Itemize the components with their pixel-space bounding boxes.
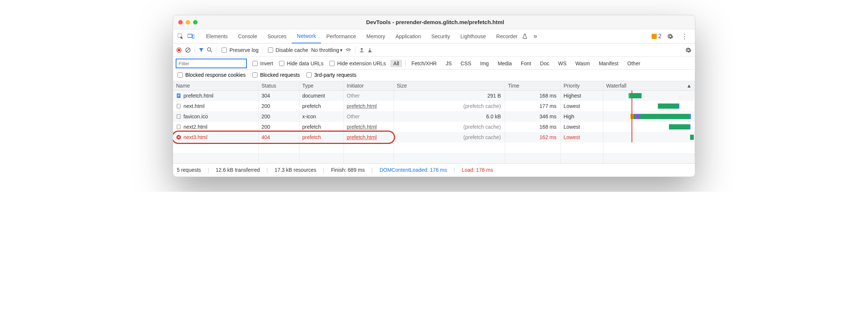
col-time[interactable]: Time	[505, 81, 560, 91]
cell-time: 168 ms	[505, 122, 560, 132]
disable-cache-checkbox[interactable]: Disable cache	[266, 46, 308, 54]
col-status[interactable]: Status	[258, 81, 299, 91]
doc-outline-icon	[176, 114, 181, 119]
load-time: Load: 176 ms	[462, 167, 493, 173]
blocked-requests-checkbox[interactable]: Blocked requests	[251, 71, 300, 79]
tab-network[interactable]: Network	[292, 29, 321, 43]
type-filter-css[interactable]: CSS	[458, 60, 474, 67]
type-filter-fetchxhr[interactable]: Fetch/XHR	[408, 60, 440, 67]
table-row[interactable]: next3.html404prefetchprefetch.html(prefe…	[173, 132, 695, 142]
hide-extension-urls-checkbox[interactable]: Hide extension URLs	[328, 60, 386, 67]
minimize-window-button[interactable]	[186, 20, 190, 24]
filter-toggle-icon[interactable]	[199, 47, 204, 53]
cell-time: 346 ms	[505, 111, 560, 122]
type-filter-img[interactable]: Img	[477, 60, 492, 67]
type-filter-js[interactable]: JS	[443, 60, 454, 67]
inspect-element-icon[interactable]	[175, 31, 186, 42]
kebab-menu-icon[interactable]: ⋮	[679, 31, 690, 42]
throttling-select[interactable]: No throttling ▾	[311, 47, 342, 53]
type-filter-doc[interactable]: Doc	[537, 60, 552, 67]
type-filter-other[interactable]: Other	[625, 60, 643, 67]
cell-name: prefetch.html	[173, 91, 258, 101]
network-conditions-icon[interactable]	[345, 47, 351, 53]
transferred-size: 12.6 kB transferred	[216, 167, 260, 173]
table-row[interactable]: favicon.ico200x-iconOther6.0 kB346 msHig…	[173, 111, 695, 122]
cell-initiator: Other	[344, 111, 394, 122]
zoom-window-button[interactable]	[193, 20, 198, 24]
tab-console[interactable]: Console	[233, 29, 262, 43]
cell-time: 177 ms	[505, 101, 560, 111]
initiator-link[interactable]: prefetch.html	[347, 124, 377, 130]
tab-elements[interactable]: Elements	[201, 29, 233, 43]
type-filter-ws[interactable]: WS	[555, 60, 570, 67]
cell-time: 162 ms	[505, 132, 560, 142]
tab-security[interactable]: Security	[426, 29, 455, 43]
col-type[interactable]: Type	[299, 81, 344, 91]
cell-type: x-icon	[299, 111, 344, 122]
table-row[interactable]: next.html200prefetchprefetch.html(prefet…	[173, 101, 695, 111]
cell-status: 304	[258, 91, 299, 101]
tab-lighthouse[interactable]: Lighthouse	[455, 29, 491, 43]
type-filter-manifest[interactable]: Manifest	[596, 60, 622, 67]
cell-type: prefetch	[299, 132, 344, 142]
doc-blue-icon	[176, 93, 181, 98]
filter-input[interactable]	[176, 59, 246, 68]
hide-data-urls-checkbox[interactable]: Hide data URLs	[278, 60, 324, 67]
doc-outline-icon	[176, 104, 181, 109]
table-row[interactable]: next2.html200prefetchprefetch.html(prefe…	[173, 122, 695, 132]
cell-priority: Highest	[560, 91, 603, 101]
preserve-log-checkbox[interactable]: Preserve log	[220, 46, 259, 54]
cell-name: next3.html	[173, 132, 258, 142]
cell-waterfall	[603, 132, 695, 142]
flask-icon	[520, 31, 530, 42]
cell-size: (prefetch cache)	[394, 132, 505, 142]
col-waterfall[interactable]: Waterfall▲	[603, 81, 695, 91]
clear-button[interactable]	[185, 47, 191, 53]
tab-sources[interactable]: Sources	[262, 29, 292, 43]
col-name[interactable]: Name	[173, 81, 258, 91]
col-priority[interactable]: Priority	[560, 81, 603, 91]
col-size[interactable]: Size	[394, 81, 505, 91]
cell-waterfall	[603, 122, 695, 132]
tab-recorder[interactable]: Recorder	[491, 29, 523, 43]
svg-rect-5	[178, 49, 180, 51]
col-initiator[interactable]: Initiator	[344, 81, 394, 91]
cell-status: 200	[258, 111, 299, 122]
tab-application[interactable]: Application	[390, 29, 426, 43]
settings-icon[interactable]	[665, 31, 676, 42]
load-event-line	[632, 132, 632, 142]
invert-checkbox[interactable]: Invert	[251, 60, 273, 67]
import-har-icon[interactable]	[359, 47, 364, 53]
more-tabs-icon[interactable]: »	[530, 31, 540, 42]
cell-priority: High	[560, 111, 603, 122]
tab-performance[interactable]: Performance	[321, 29, 361, 43]
type-filter-wasm[interactable]: Wasm	[573, 60, 593, 67]
export-har-icon[interactable]	[367, 47, 372, 53]
network-settings-icon[interactable]	[685, 47, 692, 53]
cell-time: 168 ms	[505, 91, 560, 101]
svg-rect-11	[178, 95, 180, 95]
cell-size: 6.0 kB	[394, 111, 505, 122]
record-button[interactable]	[176, 47, 182, 53]
device-toolbar-icon[interactable]	[186, 31, 196, 42]
load-event-line	[632, 122, 632, 132]
table-row[interactable]: prefetch.html304documentOther291 B168 ms…	[173, 91, 695, 101]
tab-memory[interactable]: Memory	[361, 29, 391, 43]
cell-type: document	[299, 91, 344, 101]
initiator-link[interactable]: prefetch.html	[347, 134, 377, 140]
svg-line-9	[211, 51, 212, 52]
initiator-link[interactable]: prefetch.html	[347, 103, 377, 109]
warnings-badge[interactable]: 2	[652, 33, 662, 40]
type-filter-media[interactable]: Media	[495, 60, 515, 67]
search-icon[interactable]	[207, 47, 212, 53]
resources-size: 17.3 kB resources	[275, 167, 317, 173]
third-party-checkbox[interactable]: 3rd-party requests	[305, 71, 357, 79]
close-window-button[interactable]	[178, 20, 183, 24]
devtools-window: DevTools - prerender-demos.glitch.me/pre…	[173, 15, 695, 177]
blocked-cookies-checkbox[interactable]: Blocked response cookies	[176, 71, 246, 79]
type-filter-font[interactable]: Font	[518, 60, 534, 67]
sort-asc-icon: ▲	[686, 83, 692, 89]
type-filter-all[interactable]: All	[390, 60, 402, 67]
warning-icon	[652, 34, 657, 39]
cell-status: 200	[258, 101, 299, 111]
